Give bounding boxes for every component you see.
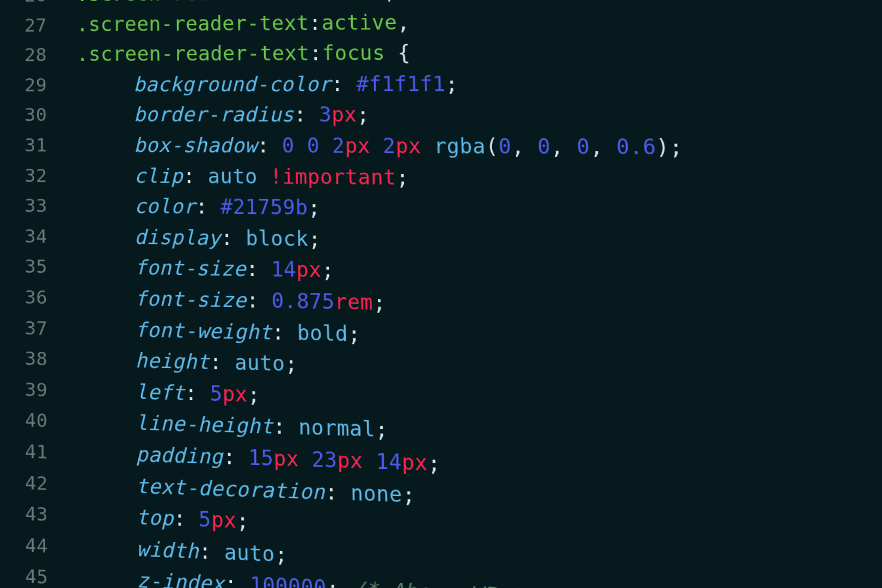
token-prop: background-color [133, 72, 332, 96]
code-content[interactable]: box-shadow: 0 0 2px 2px rgba(0, 0, 0, 0.… [77, 133, 683, 159]
code-content[interactable]: height: auto; [78, 347, 298, 376]
token-punc: ; [427, 451, 441, 476]
line-number: 34 [0, 224, 77, 247]
token-prop: font-size [134, 255, 246, 281]
code-line[interactable]: 30border-radius: 3px; [0, 103, 882, 136]
line-number: 35 [0, 255, 77, 278]
token-num-lit: 2 [383, 134, 396, 158]
token-num-lit: 0 [577, 134, 590, 159]
token-val: auto [207, 164, 258, 188]
token-unit: px [395, 134, 421, 158]
token-unit: px [337, 448, 363, 474]
token-punc [299, 447, 312, 472]
token-punc: : [183, 164, 208, 188]
token-imp: !important [270, 164, 396, 189]
token-unit: px [345, 134, 370, 158]
token-punc: : [220, 226, 246, 250]
token-punc: : [257, 133, 282, 157]
token-punc: : [246, 257, 272, 281]
token-hex: #21759b [220, 195, 308, 219]
code-content[interactable]: .screen-reader-text:hover, [76, 0, 397, 6]
line-number: 36 [0, 285, 77, 309]
token-sel: .screen-reader-text [76, 11, 309, 36]
token-prop: display [134, 225, 221, 250]
token-prop: color [134, 194, 195, 219]
token-fn: rgba [434, 134, 486, 158]
token-punc: ; [285, 352, 298, 376]
code-content[interactable]: display: block; [77, 224, 321, 251]
token-val: bold [297, 320, 348, 345]
token-punc: ; [373, 290, 386, 315]
line-number: 41 [0, 438, 78, 463]
token-punc: : [308, 0, 321, 4]
token-num-lit: 0 [307, 134, 320, 158]
token-punc: ; [357, 103, 370, 127]
token-num-lit: 14 [271, 258, 297, 282]
token-punc: : [294, 103, 320, 127]
code-content[interactable]: font-weight: bold; [77, 316, 360, 346]
token-prop: top [136, 505, 174, 530]
token-num-lit: 5 [210, 381, 222, 406]
token-prop: height [135, 348, 210, 374]
line-number: 29 [0, 74, 77, 95]
token-num-lit: 0.875 [271, 289, 335, 314]
token-punc [295, 134, 308, 158]
token-punc: , [384, 0, 397, 3]
token-prop: z-index [137, 568, 225, 588]
token-unit: px [273, 446, 299, 471]
token-val: auto [235, 351, 285, 376]
token-punc [370, 134, 383, 158]
token-punc: ; [348, 321, 361, 346]
token-punc: ) [656, 134, 670, 159]
code-editor[interactable]: 26.screen-reader-text:hover,27.screen-re… [0, 0, 882, 588]
token-punc: : [185, 381, 210, 406]
token-prop: left [136, 379, 185, 405]
code-content[interactable]: border-radius: 3px; [77, 103, 370, 127]
token-punc: : [272, 320, 297, 345]
token-val: none [351, 480, 403, 507]
token-punc: , [511, 134, 538, 159]
token-num-lit: 0 [498, 134, 512, 159]
line-number: 30 [0, 104, 77, 126]
token-num-lit: 100000 [250, 573, 327, 588]
code-content[interactable]: background-color: #f1f1f1; [77, 72, 458, 96]
code-content[interactable]: color: #21759b; [77, 194, 321, 220]
token-punc: : [199, 539, 224, 565]
token-punc [421, 134, 434, 158]
token-punc: ; [236, 509, 249, 534]
token-pse: hover [321, 0, 384, 4]
token-prop: font-weight [135, 317, 272, 344]
token-unit: rem [334, 290, 373, 315]
token-punc: ; [375, 417, 389, 442]
token-prop: font-size [134, 286, 246, 312]
token-unit: px [296, 258, 322, 282]
token-val: auto [224, 540, 275, 566]
token-num-lit: 15 [248, 445, 274, 470]
token-punc: : [210, 350, 235, 375]
line-number: 37 [0, 316, 78, 340]
token-punc: , [397, 10, 410, 34]
token-punc: ; [308, 195, 321, 219]
token-punc: ; [321, 258, 334, 283]
token-sel: .screen-reader-text [76, 0, 309, 6]
code-content[interactable]: left: 5px; [78, 378, 260, 407]
token-num-lit: 0 [537, 134, 551, 159]
token-punc: ( [485, 134, 499, 159]
token-val: normal [298, 415, 376, 442]
code-content[interactable]: .screen-reader-text:focus { [77, 41, 411, 65]
token-punc [363, 449, 376, 474]
code-content[interactable]: font-size: 0.875rem; [77, 285, 386, 315]
token-punc: : [246, 288, 272, 313]
code-content[interactable]: top: 5px; [78, 503, 249, 534]
token-punc: , [550, 134, 577, 159]
token-num-lit: 3 [319, 103, 332, 127]
code-line[interactable]: 29background-color: #f1f1f1; [0, 71, 882, 103]
code-content[interactable]: font-size: 14px; [77, 255, 334, 283]
code-content[interactable]: clip: auto !important; [77, 163, 409, 189]
code-line[interactable]: 28.screen-reader-text:focus { [0, 38, 882, 73]
token-punc: : [309, 11, 322, 34]
token-punc: : [309, 41, 322, 65]
code-content[interactable]: .screen-reader-text:active, [76, 10, 410, 36]
line-number: 26 [0, 0, 76, 6]
token-punc: : [273, 414, 298, 439]
